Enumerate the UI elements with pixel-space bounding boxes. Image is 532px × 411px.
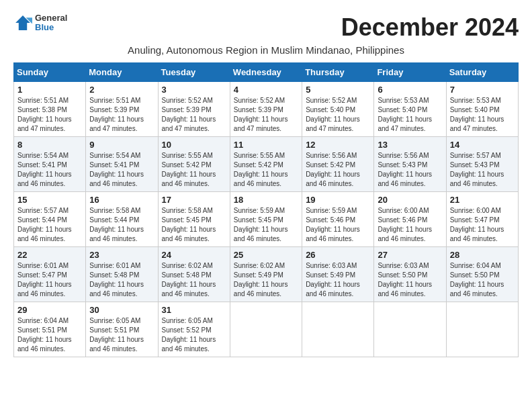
calendar-cell: 31Sunrise: 6:05 AM Sunset: 5:52 PM Dayli…: [158, 302, 230, 357]
day-detail: Sunrise: 5:55 AM Sunset: 5:42 PM Dayligh…: [162, 151, 226, 189]
calendar-cell: 24Sunrise: 6:02 AM Sunset: 5:48 PM Dayli…: [158, 247, 230, 302]
calendar-cell: 25Sunrise: 6:02 AM Sunset: 5:49 PM Dayli…: [230, 247, 302, 302]
location-title: Anuling, Autonomous Region in Muslim Min…: [13, 44, 519, 56]
calendar-cell: 26Sunrise: 6:03 AM Sunset: 5:49 PM Dayli…: [302, 247, 374, 302]
calendar-cell: 6Sunrise: 5:53 AM Sunset: 5:40 PM Daylig…: [374, 82, 446, 137]
day-number: 18: [234, 195, 298, 205]
day-detail: Sunrise: 6:02 AM Sunset: 5:49 PM Dayligh…: [234, 261, 298, 299]
calendar-cell: [446, 302, 518, 357]
calendar-cell: 23Sunrise: 6:01 AM Sunset: 5:48 PM Dayli…: [86, 247, 158, 302]
day-number: 16: [89, 195, 154, 205]
weekday-header-monday: Monday: [86, 63, 158, 82]
calendar-cell: 14Sunrise: 5:57 AM Sunset: 5:43 PM Dayli…: [446, 137, 518, 192]
day-number: 25: [234, 250, 298, 260]
calendar-cell: 12Sunrise: 5:56 AM Sunset: 5:42 PM Dayli…: [302, 137, 374, 192]
day-detail: Sunrise: 5:56 AM Sunset: 5:42 PM Dayligh…: [306, 151, 370, 189]
day-detail: Sunrise: 5:57 AM Sunset: 5:43 PM Dayligh…: [450, 151, 515, 189]
calendar-week-row: 15Sunrise: 5:57 AM Sunset: 5:44 PM Dayli…: [14, 192, 519, 247]
day-detail: Sunrise: 5:55 AM Sunset: 5:42 PM Dayligh…: [234, 151, 298, 189]
day-number: 21: [450, 195, 515, 205]
day-detail: Sunrise: 5:53 AM Sunset: 5:40 PM Dayligh…: [450, 96, 515, 134]
day-number: 2: [89, 85, 154, 95]
calendar-cell: 16Sunrise: 5:58 AM Sunset: 5:44 PM Dayli…: [86, 192, 158, 247]
day-number: 9: [89, 140, 154, 150]
calendar-cell: 19Sunrise: 5:59 AM Sunset: 5:46 PM Dayli…: [302, 192, 374, 247]
day-detail: Sunrise: 6:05 AM Sunset: 5:52 PM Dayligh…: [162, 316, 226, 354]
day-detail: Sunrise: 5:52 AM Sunset: 5:39 PM Dayligh…: [162, 96, 226, 134]
day-detail: Sunrise: 5:51 AM Sunset: 5:39 PM Dayligh…: [89, 96, 154, 134]
day-detail: Sunrise: 5:54 AM Sunset: 5:41 PM Dayligh…: [17, 151, 82, 189]
calendar-header-row: SundayMondayTuesdayWednesdayThursdayFrid…: [14, 63, 519, 82]
day-detail: Sunrise: 5:54 AM Sunset: 5:41 PM Dayligh…: [89, 151, 154, 189]
day-number: 20: [378, 195, 442, 205]
day-detail: Sunrise: 6:02 AM Sunset: 5:48 PM Dayligh…: [162, 261, 226, 299]
day-detail: Sunrise: 6:04 AM Sunset: 5:50 PM Dayligh…: [450, 261, 515, 299]
day-detail: Sunrise: 6:03 AM Sunset: 5:49 PM Dayligh…: [306, 261, 370, 299]
calendar-cell: 4Sunrise: 5:52 AM Sunset: 5:39 PM Daylig…: [230, 82, 302, 137]
calendar-cell: 18Sunrise: 5:59 AM Sunset: 5:45 PM Dayli…: [230, 192, 302, 247]
calendar-cell: 27Sunrise: 6:03 AM Sunset: 5:50 PM Dayli…: [374, 247, 446, 302]
day-detail: Sunrise: 6:03 AM Sunset: 5:50 PM Dayligh…: [378, 261, 442, 299]
day-detail: Sunrise: 5:56 AM Sunset: 5:43 PM Dayligh…: [378, 151, 442, 189]
page-header: General Blue December 2024: [13, 13, 519, 42]
weekday-header-thursday: Thursday: [302, 63, 374, 82]
day-detail: Sunrise: 5:52 AM Sunset: 5:39 PM Dayligh…: [234, 96, 298, 134]
weekday-header-sunday: Sunday: [14, 63, 86, 82]
day-number: 19: [306, 195, 370, 205]
weekday-header-tuesday: Tuesday: [158, 63, 230, 82]
calendar-week-row: 8Sunrise: 5:54 AM Sunset: 5:41 PM Daylig…: [14, 137, 519, 192]
calendar-cell: 10Sunrise: 5:55 AM Sunset: 5:42 PM Dayli…: [158, 137, 230, 192]
calendar-cell: 30Sunrise: 6:05 AM Sunset: 5:51 PM Dayli…: [86, 302, 158, 357]
day-number: 31: [162, 305, 226, 315]
weekday-header-friday: Friday: [374, 63, 446, 82]
day-number: 7: [450, 85, 515, 95]
day-detail: Sunrise: 5:59 AM Sunset: 5:45 PM Dayligh…: [234, 206, 298, 244]
weekday-header-saturday: Saturday: [446, 63, 518, 82]
day-detail: Sunrise: 6:05 AM Sunset: 5:51 PM Dayligh…: [89, 316, 154, 354]
day-number: 3: [162, 85, 226, 95]
calendar-cell: [230, 302, 302, 357]
calendar-cell: 8Sunrise: 5:54 AM Sunset: 5:41 PM Daylig…: [14, 137, 86, 192]
calendar-week-row: 29Sunrise: 6:04 AM Sunset: 5:51 PM Dayli…: [14, 302, 519, 357]
calendar-cell: 22Sunrise: 6:01 AM Sunset: 5:47 PM Dayli…: [14, 247, 86, 302]
calendar-cell: 11Sunrise: 5:55 AM Sunset: 5:42 PM Dayli…: [230, 137, 302, 192]
day-detail: Sunrise: 6:01 AM Sunset: 5:48 PM Dayligh…: [89, 261, 154, 299]
day-detail: Sunrise: 5:58 AM Sunset: 5:45 PM Dayligh…: [162, 206, 226, 244]
calendar-week-row: 22Sunrise: 6:01 AM Sunset: 5:47 PM Dayli…: [14, 247, 519, 302]
day-number: 1: [17, 85, 82, 95]
logo-line1: General: [35, 13, 67, 23]
day-number: 11: [234, 140, 298, 150]
day-number: 13: [378, 140, 442, 150]
day-number: 4: [234, 85, 298, 95]
logo-line2: Blue: [35, 23, 67, 32]
day-number: 27: [378, 250, 442, 260]
day-detail: Sunrise: 5:51 AM Sunset: 5:38 PM Dayligh…: [17, 96, 82, 134]
calendar-cell: 21Sunrise: 6:00 AM Sunset: 5:47 PM Dayli…: [446, 192, 518, 247]
day-number: 22: [17, 250, 82, 260]
calendar-cell: 2Sunrise: 5:51 AM Sunset: 5:39 PM Daylig…: [86, 82, 158, 137]
logo-icon: [13, 13, 32, 32]
day-detail: Sunrise: 5:53 AM Sunset: 5:40 PM Dayligh…: [378, 96, 442, 134]
day-detail: Sunrise: 5:59 AM Sunset: 5:46 PM Dayligh…: [306, 206, 370, 244]
calendar-cell: [302, 302, 374, 357]
calendar-cell: 3Sunrise: 5:52 AM Sunset: 5:39 PM Daylig…: [158, 82, 230, 137]
calendar-cell: [374, 302, 446, 357]
day-number: 6: [378, 85, 442, 95]
day-number: 14: [450, 140, 515, 150]
day-number: 15: [17, 195, 82, 205]
day-number: 24: [162, 250, 226, 260]
day-number: 10: [162, 140, 226, 150]
calendar-table: SundayMondayTuesdayWednesdayThursdayFrid…: [13, 62, 519, 357]
day-detail: Sunrise: 6:00 AM Sunset: 5:47 PM Dayligh…: [450, 206, 515, 244]
calendar-cell: 15Sunrise: 5:57 AM Sunset: 5:44 PM Dayli…: [14, 192, 86, 247]
day-number: 12: [306, 140, 370, 150]
weekday-header-wednesday: Wednesday: [230, 63, 302, 82]
day-number: 8: [17, 140, 82, 150]
day-detail: Sunrise: 6:00 AM Sunset: 5:46 PM Dayligh…: [378, 206, 442, 244]
calendar-cell: 17Sunrise: 5:58 AM Sunset: 5:45 PM Dayli…: [158, 192, 230, 247]
logo-text: General Blue: [35, 13, 67, 33]
day-detail: Sunrise: 6:01 AM Sunset: 5:47 PM Dayligh…: [17, 261, 82, 299]
day-detail: Sunrise: 5:58 AM Sunset: 5:44 PM Dayligh…: [89, 206, 154, 244]
day-number: 28: [450, 250, 515, 260]
day-detail: Sunrise: 5:52 AM Sunset: 5:40 PM Dayligh…: [306, 96, 370, 134]
